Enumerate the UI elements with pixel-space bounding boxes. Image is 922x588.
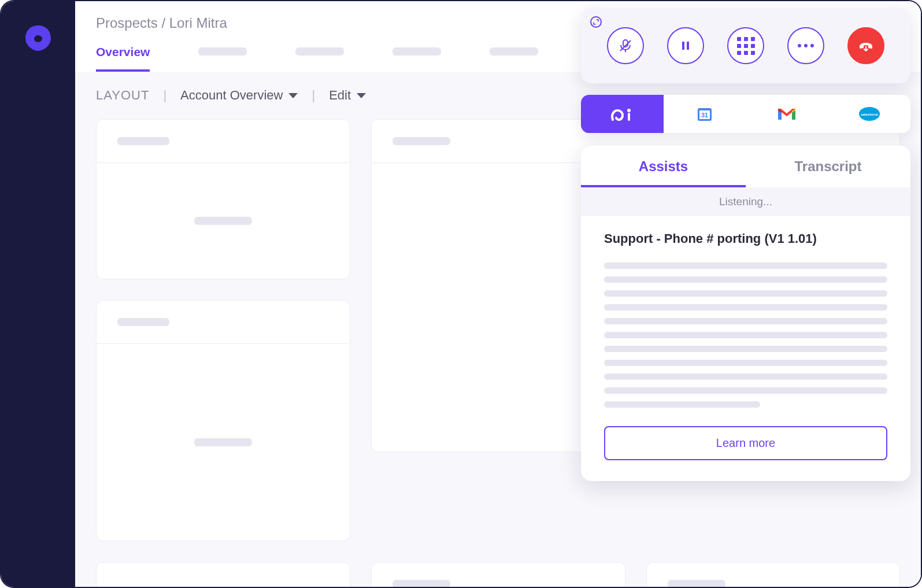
nav-sidebar	[1, 1, 75, 587]
gmail-icon	[776, 106, 797, 121]
info-card	[96, 300, 350, 541]
svg-text:salesforce: salesforce	[861, 113, 878, 116]
integration-tab-ai[interactable]	[581, 95, 664, 133]
tab-assists[interactable]: Assists	[581, 146, 746, 187]
app-window: Prospects / Lori Mitra Overview LAYOUT |…	[0, 0, 922, 588]
info-card	[96, 562, 350, 587]
brand-logo-icon	[22, 22, 54, 54]
assist-card-title: Support - Phone # porting (V1 1.01)	[604, 231, 887, 246]
calendar-icon: 31	[697, 106, 713, 122]
mute-button[interactable]	[607, 27, 644, 64]
listening-status: Listening...	[581, 187, 910, 216]
info-card	[371, 562, 625, 587]
tab-placeholder	[198, 47, 247, 56]
assist-card-placeholder	[604, 262, 887, 408]
more-icon	[798, 44, 814, 47]
assist-card: Support - Phone # porting (V1 1.01) Lear…	[581, 216, 910, 481]
ai-icon	[609, 105, 635, 123]
expand-icon[interactable]	[590, 16, 602, 28]
tab-placeholder	[295, 47, 344, 56]
dialpad-button[interactable]	[727, 27, 764, 64]
layout-dropdown-label: Account Overview	[180, 88, 283, 103]
pause-button[interactable]	[667, 27, 704, 64]
integration-tab-gmail[interactable]	[746, 95, 828, 133]
assist-panel: Assists Transcript Listening... Support …	[581, 146, 910, 481]
layout-label: LAYOUT	[96, 88, 149, 103]
assist-tabs: Assists Transcript	[581, 146, 910, 187]
content-row-2	[75, 562, 921, 587]
svg-point-5	[627, 109, 631, 112]
tab-overview[interactable]: Overview	[96, 45, 150, 72]
integration-tab-salesforce[interactable]: salesforce	[828, 95, 911, 133]
salesforce-icon: salesforce	[858, 106, 881, 122]
info-card	[96, 119, 350, 279]
tab-placeholder	[490, 47, 538, 56]
integration-tabs: 31 salesforce	[581, 95, 910, 133]
edit-dropdown-label: Edit	[329, 88, 351, 103]
edit-dropdown[interactable]: Edit	[329, 88, 366, 103]
layout-dropdown[interactable]: Account Overview	[180, 88, 298, 103]
hangup-button[interactable]	[847, 27, 884, 64]
call-control-bar	[581, 8, 910, 83]
learn-more-button[interactable]: Learn more	[604, 426, 887, 460]
svg-point-0	[34, 35, 42, 42]
svg-rect-3	[682, 42, 684, 50]
dialpad-icon	[737, 37, 755, 55]
chevron-down-icon	[288, 93, 298, 98]
main-content: Prospects / Lori Mitra Overview LAYOUT |…	[75, 1, 921, 587]
integration-tab-calendar[interactable]: 31	[664, 95, 746, 133]
svg-text:31: 31	[701, 112, 708, 119]
info-card	[646, 562, 901, 587]
more-button[interactable]	[787, 27, 824, 64]
tab-transcript[interactable]: Transcript	[746, 146, 910, 187]
svg-rect-4	[687, 42, 689, 50]
tab-placeholder	[393, 47, 441, 56]
chevron-down-icon	[357, 93, 366, 98]
